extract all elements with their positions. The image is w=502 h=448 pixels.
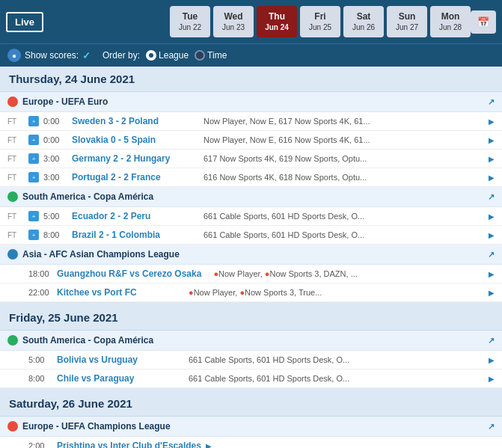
match-time-icon: + (28, 116, 39, 126)
external-link-europe-euro[interactable]: ↗ (488, 97, 495, 107)
match-status: FT (7, 174, 24, 182)
main-content: Thursday, 24 June 2021Europe - UEFA Euro… (0, 67, 502, 448)
match-teams: Kitchee vs Port FC (57, 287, 177, 298)
day-tab-tue[interactable]: TueJun 22 (170, 6, 210, 38)
league-name-south-america-copa: South America - Copa América (22, 191, 153, 202)
match-play-arrow[interactable]: ▶ (489, 212, 495, 221)
match-teams: Sweden 3 - 2 Poland (72, 116, 192, 126)
match-row: FT+5:00Ecuador 2 - 2 Peru661 Cable Sport… (0, 207, 502, 226)
match-teams: Brazil 2 - 1 Colombia (72, 230, 192, 240)
match-row: FT+8:00Brazil 2 - 1 Colombia661 Cable Sp… (0, 226, 502, 245)
match-row: FT+3:00Germany 2 - 2 Hungary617 Now Spor… (0, 150, 502, 168)
match-teams: Slovakia 0 - 5 Spain (72, 135, 192, 145)
match-channels: ●Now Player, ●Now Sports 3, DAZN, ... (206, 269, 484, 278)
day-tabs: TueJun 22WedJun 23ThuJun 24FriJun 25SatJ… (170, 6, 471, 38)
match-row: FT+0:00Slovakia 0 - 5 SpainNow Player, N… (0, 131, 502, 150)
day-header-1: Friday, 25 June 2021 (0, 305, 502, 331)
show-scores-filter: ● Show scores: ✓ (7, 49, 91, 62)
day-header-2: Saturday, 26 June 2021 (0, 391, 502, 417)
match-status: FT (7, 212, 24, 221)
league-icon-europe-ucl (7, 421, 18, 432)
match-channels: Now Player, Now E, 616 Now Sports 4K, 61… (196, 135, 484, 144)
day-tab-mon[interactable]: MonJun 28 (430, 6, 471, 38)
channel-red-dot: ● (213, 269, 218, 278)
external-link-europe-ucl[interactable]: ↗ (488, 422, 495, 432)
match-row: 22:00Kitchee vs Port FC●Now Player, ●Now… (0, 283, 502, 302)
league-label: League (159, 50, 189, 61)
match-time: 18:00 (28, 269, 52, 278)
match-channels: 616 Now Sports 4K, 618 Now Sports, Optu.… (196, 173, 484, 182)
match-teams: Ecuador 2 - 2 Peru (72, 211, 192, 221)
league-name-europe-ucl: Europe - UEFA Champions League (22, 421, 171, 432)
match-teams: Germany 2 - 2 Hungary (72, 153, 192, 164)
match-channels: Now Player, Now E, 617 Now Sports 4K, 61… (196, 117, 484, 126)
match-play-arrow[interactable]: ▶ (489, 356, 495, 364)
scores-checkmark[interactable]: ✓ (82, 50, 91, 61)
order-by-filter: Order by: League Time (102, 50, 227, 61)
calendar-icon[interactable]: 📅 (471, 10, 496, 34)
league-header-south-america-copa-fri: South America - Copa América↗ (0, 331, 502, 351)
league-header-europe-ucl: Europe - UEFA Champions League↗ (0, 417, 502, 437)
match-play-arrow[interactable]: ▶ (489, 155, 495, 163)
league-icon-asia-afc-champions (7, 249, 18, 260)
day-tab-fri[interactable]: FriJun 25 (300, 6, 340, 38)
day-tab-sat[interactable]: SatJun 26 (343, 6, 384, 38)
match-teams: Bolivia vs Uruguay (57, 355, 177, 365)
day-tab-sun[interactable]: SunJun 27 (387, 6, 427, 38)
league-header-asia-afc-champions: Asia - AFC Asian Champions League↗ (0, 245, 502, 265)
league-icon-south-america-copa (7, 191, 18, 202)
match-teams: Guangzhou R&F vs Cerezo Osaka (57, 269, 201, 279)
order-by-label: Order by: (102, 50, 140, 61)
match-play-arrow[interactable]: ▶ (489, 174, 495, 182)
match-row: FT+3:00Portugal 2 - 2 France616 Now Spor… (0, 168, 502, 187)
match-channels: 617 Now Sports 4K, 619 Now Sports, Optu.… (196, 154, 484, 163)
day-tab-wed[interactable]: WedJun 23 (213, 6, 254, 38)
show-scores-label: Show scores: (25, 50, 79, 61)
match-time: 3:00 (43, 154, 67, 163)
match-time: 3:00 (43, 173, 67, 182)
match-teams: Prishtina vs Inter Club d'Escaldes (57, 441, 201, 448)
channel-red-dot: ● (189, 288, 194, 297)
match-time: 22:00 (28, 288, 52, 297)
order-league-option[interactable]: League (146, 50, 189, 61)
order-time-option[interactable]: Time (195, 50, 227, 61)
match-channels: ●Now Player, ●Now Sports 3, True... (181, 288, 484, 297)
channel-red-dot: ● (239, 288, 245, 297)
match-time: 0:00 (43, 117, 67, 126)
match-teams: Chile vs Paraguay (57, 373, 177, 384)
league-name-south-america-copa-fri: South America - Copa América (22, 335, 153, 346)
time-radio[interactable] (195, 50, 205, 61)
league-radio[interactable] (146, 50, 156, 61)
match-channels: 661 Cable Sports, 601 HD Sports Desk, O.… (181, 374, 484, 383)
match-time: 8:00 (28, 374, 52, 383)
match-status: FT (7, 117, 24, 126)
external-link-south-america-copa-fri[interactable]: ↗ (488, 336, 495, 346)
league-name-europe-euro: Europe - UEFA Euro (22, 96, 108, 107)
match-time: 8:00 (43, 230, 67, 239)
match-play-arrow[interactable]: ▶ (489, 375, 495, 383)
match-teams: Portugal 2 - 2 France (72, 172, 192, 182)
external-link-asia-afc-champions[interactable]: ↗ (488, 250, 495, 260)
match-time-icon: + (28, 153, 39, 164)
external-link-south-america-copa[interactable]: ↗ (488, 192, 495, 202)
match-row: 2:00Prishtina vs Inter Club d'Escaldes▶ (0, 437, 502, 448)
match-time-icon: + (28, 172, 39, 182)
match-play-arrow[interactable]: ▶ (489, 117, 495, 126)
match-play-arrow[interactable]: ▶ (206, 442, 212, 449)
match-play-arrow[interactable]: ▶ (489, 270, 495, 278)
match-play-arrow[interactable]: ▶ (489, 289, 495, 297)
top-navigation: Live TueJun 22WedJun 23ThuJun 24FriJun 2… (0, 0, 502, 43)
day-tab-thu[interactable]: ThuJun 24 (257, 6, 297, 38)
match-play-arrow[interactable]: ▶ (489, 231, 495, 239)
league-header-south-america-copa: South America - Copa América↗ (0, 187, 502, 207)
match-time-icon: + (28, 230, 39, 240)
league-header-europe-euro: Europe - UEFA Euro↗ (0, 92, 502, 112)
live-badge: Live (6, 12, 43, 32)
day-header-0: Thursday, 24 June 2021 (0, 67, 502, 92)
match-play-arrow[interactable]: ▶ (489, 136, 495, 144)
match-time: 5:00 (28, 355, 52, 364)
league-icon-south-america-copa-fri (7, 335, 18, 346)
time-label: Time (207, 50, 227, 61)
match-time-icon: + (28, 211, 39, 221)
match-row: 5:00Bolivia vs Uruguay661 Cable Sports, … (0, 351, 502, 369)
